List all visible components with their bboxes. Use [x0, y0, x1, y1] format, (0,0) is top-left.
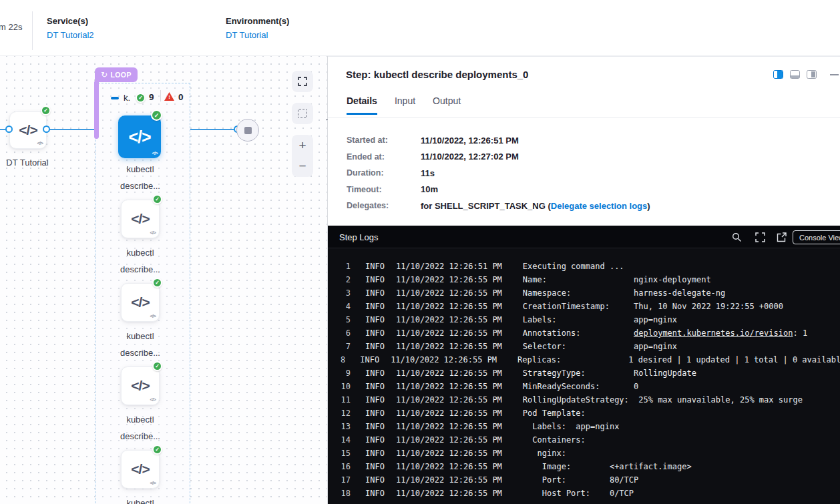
log-line: 2INFO11/10/2022 12:26:55 PMName: nginx-d… [328, 273, 840, 286]
log-line-number: 3 [341, 286, 351, 300]
detail-label: Started at: [347, 136, 421, 145]
log-line: 10INFO11/10/2022 12:26:55 PMMinReadySeco… [328, 380, 840, 393]
tab-output[interactable]: Output [433, 95, 461, 115]
log-level: INFO [365, 326, 385, 340]
log-level: INFO [365, 286, 385, 300]
marquee-select-button[interactable] [292, 103, 313, 124]
log-line-number: 11 [341, 393, 351, 407]
connector-dot [43, 125, 50, 133]
marquee-select-icon [298, 109, 307, 118]
zoom-out-button[interactable]: − [292, 156, 313, 178]
log-line: 17INFO11/10/2022 12:26:55 PM Port: 80/TC… [328, 473, 840, 487]
log-message: Pod Template: [523, 407, 586, 420]
collapse-group-icon[interactable] [111, 97, 119, 99]
log-line-number: 13 [341, 420, 351, 433]
step-node-kubectl-describe[interactable]: </> </> [121, 283, 160, 322]
step-logs-panel: Step Logs Console View 1INFO11/10/2022 1… [328, 226, 840, 504]
log-message: Selector: app=nginx [523, 340, 677, 353]
log-annotation-link[interactable]: deployment.kubernetes.io/revision [634, 328, 793, 338]
edge-start-to-loop [46, 129, 95, 130]
log-line: 18INFO11/10/2022 12:26:55 PM Host Port: … [328, 487, 840, 500]
step-title: Step: kubectl describe deployments_0 [346, 69, 528, 80]
log-message: RollingUpdateStrategy: 25% max unavailab… [523, 393, 803, 407]
log-message: Namespace: harness-delegate-ng [523, 286, 725, 300]
layout-float-panel-icon[interactable] [807, 70, 817, 79]
log-line: 13INFO11/10/2022 12:26:55 PM Labels: app… [328, 420, 840, 433]
zoom-controls: + − [292, 135, 313, 177]
pipeline-graph-canvas[interactable]: ↻ LOOP k. ✓ 9 ! 0 </> </> ✓ DT Tutorial … [0, 56, 327, 504]
details-tabs: DetailsInputOutput [347, 95, 461, 115]
log-level: INFO [365, 260, 385, 273]
group-header-divider [160, 90, 161, 101]
log-level: INFO [365, 433, 385, 447]
step-node-selected[interactable]: </> </> [118, 115, 161, 158]
log-timestamp: 11/10/2022 12:26:55 PM [396, 420, 502, 433]
open-in-new-tab-icon[interactable] [777, 232, 787, 242]
node-label: kubectldescribe... [100, 328, 180, 361]
environment-link[interactable]: DT Tutorial [226, 30, 289, 40]
log-line: 6INFO11/10/2022 12:26:55 PMAnnotations: … [328, 326, 840, 340]
mini-code-icon: </> [150, 397, 156, 403]
search-icon[interactable] [732, 232, 742, 242]
fit-to-screen-button[interactable] [292, 71, 313, 92]
node-status-success-icon: ✓ [152, 361, 162, 371]
log-level: INFO [365, 420, 385, 433]
detail-row: Ended at:11/10/2022, 12:27:02 PM [347, 149, 827, 166]
node-status-success-icon: ✓ [152, 194, 162, 204]
detail-value: 10m [421, 184, 438, 194]
pipeline-end-node[interactable] [236, 119, 259, 142]
log-level: INFO [365, 340, 385, 353]
log-timestamp: 11/10/2022 12:26:51 PM [396, 260, 502, 273]
node-status-success-icon: ✓ [151, 109, 162, 121]
log-line: 1INFO11/10/2022 12:26:51 PMExecuting com… [328, 260, 840, 273]
log-message: MinReadySeconds: 0 [523, 380, 638, 393]
step-node-kubectl-describe[interactable]: </> </> [121, 200, 160, 238]
detail-value: 11/10/2022, 12:26:51 PM [421, 136, 519, 146]
step-node-kubectl-describe[interactable]: </> </> [121, 366, 160, 405]
step-node-kubectl-describe[interactable]: </> </> [121, 450, 160, 489]
log-line-number: 2 [341, 273, 351, 286]
stage-node-dt-tutorial[interactable]: </> </> [9, 111, 47, 149]
node-status-success-icon: ✓ [152, 278, 162, 288]
fullscreen-icon[interactable] [755, 232, 765, 242]
layout-right-split-icon[interactable] [773, 70, 783, 79]
detail-row: Started at:11/10/2022, 12:26:51 PM [347, 132, 827, 149]
log-timestamp: 11/10/2022 12:26:55 PM [396, 473, 502, 487]
log-message: CreationTimestamp: Thu, 10 Nov 2022 19:2… [523, 300, 783, 313]
group-name: k. [124, 93, 130, 103]
tab-input[interactable]: Input [395, 95, 415, 115]
log-timestamp: 11/10/2022 12:26:55 PM [396, 300, 502, 313]
log-timestamp: 11/10/2022 12:26:55 PM [396, 433, 502, 447]
console-view-toggle[interactable]: Console View [793, 230, 840, 244]
log-message: nginx: [523, 447, 566, 460]
tabs-bottom-border [328, 117, 840, 118]
services-label: Service(s) [47, 16, 94, 26]
log-line-number: 15 [341, 447, 351, 460]
layout-bottom-split-icon[interactable] [790, 70, 800, 79]
log-line: 14INFO11/10/2022 12:26:55 PM Containers: [328, 433, 840, 447]
loop-badge[interactable]: ↻ LOOP [95, 67, 138, 82]
log-message: Image: <+artifact.image> [523, 460, 692, 473]
step-logs-title: Step Logs [339, 232, 379, 242]
detail-row: Delegates:for SHELL_SCRIPT_TASK_NG (Dele… [347, 198, 827, 214]
log-level: INFO [365, 407, 385, 420]
log-message: Executing command ... [523, 260, 624, 273]
log-level: INFO [365, 473, 385, 487]
log-line-number: 18 [341, 487, 351, 500]
tab-details[interactable]: Details [347, 95, 377, 115]
step-details-panel: Step: kubectl describe deployments_0 Det… [328, 56, 840, 226]
log-level: INFO [365, 273, 385, 286]
log-line-number: 9 [341, 366, 351, 380]
services-block: Service(s) DT Tutorial2 [47, 16, 94, 40]
log-message: Host Port: 0/TCP [523, 487, 634, 500]
delegate-selection-logs-link[interactable]: Delegate selection logs [551, 201, 648, 211]
zoom-in-button[interactable]: + [292, 135, 313, 156]
log-level: INFO [365, 447, 385, 460]
log-message: Containers: [523, 433, 586, 447]
detail-label: Duration: [347, 168, 421, 178]
service-link[interactable]: DT Tutorial2 [47, 30, 94, 40]
minimize-panel-icon[interactable] [830, 74, 839, 75]
expand-icon [298, 77, 307, 86]
log-output[interactable]: 1INFO11/10/2022 12:26:51 PMExecuting com… [328, 248, 840, 504]
execution-header-bar: m 22s Service(s) DT Tutorial2 Environmen… [0, 0, 840, 56]
